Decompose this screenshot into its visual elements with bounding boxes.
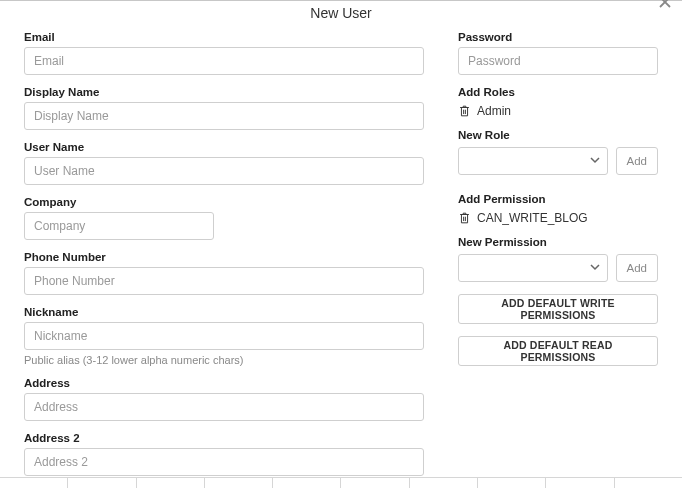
email-field[interactable] [24, 47, 424, 75]
user-name-label: User Name [24, 141, 424, 153]
new-permission-label: New Permission [458, 236, 658, 248]
user-name-field[interactable] [24, 157, 424, 185]
company-label: Company [24, 196, 424, 208]
company-field[interactable] [24, 212, 214, 240]
add-role-button[interactable]: Add [616, 147, 658, 175]
new-role-select[interactable] [458, 147, 608, 175]
permission-item-label: CAN_WRITE_BLOG [477, 211, 588, 225]
password-label: Password [458, 31, 658, 43]
add-default-read-button[interactable]: ADD DEFAULT READ PERMISSIONS [458, 336, 658, 366]
new-permission-select[interactable] [458, 254, 608, 282]
phone-field[interactable] [24, 267, 424, 295]
phone-label: Phone Number [24, 251, 424, 263]
permission-item: CAN_WRITE_BLOG [458, 211, 658, 225]
add-default-write-button[interactable]: ADD DEFAULT WRITE PERMISSIONS [458, 294, 658, 324]
right-column: Password Add Roles Admin New Role [458, 31, 658, 487]
add-permission-button[interactable]: Add [616, 254, 658, 282]
role-item-label: Admin [477, 104, 511, 118]
role-item: Admin [458, 104, 658, 118]
nickname-hint: Public alias (3-12 lower alpha numeric c… [24, 354, 424, 366]
close-icon[interactable] [658, 0, 672, 12]
trash-icon[interactable] [458, 104, 471, 118]
password-field[interactable] [458, 47, 658, 75]
new-role-label: New Role [458, 129, 658, 141]
add-permission-heading: Add Permission [458, 193, 658, 205]
left-column: Email Display Name User Name Company Pho… [24, 31, 424, 487]
address2-label: Address 2 [24, 432, 424, 444]
new-user-dialog: New User Email Display Name User Name Co… [0, 0, 682, 487]
email-label: Email [24, 31, 424, 43]
display-name-field[interactable] [24, 102, 424, 130]
footer-tabs [0, 477, 682, 487]
address-label: Address [24, 377, 424, 389]
add-roles-heading: Add Roles [458, 86, 658, 98]
dialog-title: New User [0, 1, 682, 31]
address2-field[interactable] [24, 448, 424, 476]
nickname-field[interactable] [24, 322, 424, 350]
nickname-label: Nickname [24, 306, 424, 318]
address-field[interactable] [24, 393, 424, 421]
trash-icon[interactable] [458, 211, 471, 225]
display-name-label: Display Name [24, 86, 424, 98]
